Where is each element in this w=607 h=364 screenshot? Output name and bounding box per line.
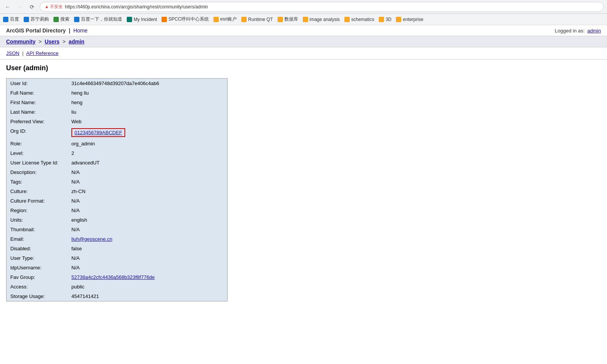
breadcrumb-admin[interactable]: admin [69, 39, 84, 45]
field-label: User Type: [6, 253, 68, 263]
table-row: Access:public [6, 282, 227, 292]
table-row: IdpUsername:N/A [6, 263, 227, 272]
user-data-table: User Id:31c4e466349748d39207da7e406c4ab6… [6, 79, 227, 301]
home-link[interactable]: Home [73, 27, 87, 34]
sub-links-sep: | [22, 50, 23, 56]
org-id-link[interactable]: 0123456789ABCDEF [71, 128, 125, 137]
bookmark-item[interactable]: 3D [379, 17, 391, 22]
reload-button[interactable]: ⟳ [27, 2, 37, 11]
field-value: N/A [68, 225, 227, 234]
table-row: Region:N/A [6, 206, 227, 215]
field-value: org_admin [68, 139, 227, 148]
bookmark-icon [303, 17, 308, 22]
field-value: liuh@geoscene.cn [68, 234, 227, 244]
bookmark-item[interactable]: 百度 [3, 16, 19, 23]
table-row: First Name:heng [6, 98, 227, 107]
field-label: Fav Group: [6, 272, 68, 282]
bookmark-item[interactable]: image analysis [303, 17, 340, 22]
browser-toolbar: ← → ⟳ ▲ 不安全 https://t460p.esrichina.com/… [0, 0, 607, 14]
field-link[interactable]: 52738a4c2cfc4436a568b323f8f776de [71, 274, 155, 280]
field-value: Web [68, 117, 227, 126]
table-row: Preferred View:Web [6, 117, 227, 126]
field-value: 2 [68, 148, 227, 158]
bookmark-item[interactable]: My Incident [127, 17, 157, 22]
bookmark-item[interactable]: SPCC呼叫中心系统 [161, 16, 208, 23]
page-title-section: User (admin) [0, 60, 607, 75]
bookmark-label: esri账户 [220, 16, 237, 23]
field-label: Culture Format: [6, 196, 68, 206]
field-label: Storage Usage: [6, 292, 68, 301]
table-row: Level:2 [6, 148, 227, 158]
bookmark-label: 3D [386, 17, 391, 22]
field-value: N/A [68, 206, 227, 215]
table-row: Units:english [6, 215, 227, 225]
page-title: User (admin) [6, 64, 601, 72]
bookmark-item[interactable]: Runtime QT [241, 17, 273, 22]
bookmark-icon [379, 17, 384, 22]
table-row: Org ID:0123456789ABCDEF [6, 126, 227, 139]
field-link[interactable]: liuh@geoscene.cn [71, 236, 112, 242]
table-row: Last Name:liu [6, 107, 227, 117]
field-value: advancedUT [68, 158, 227, 168]
table-row: Role:org_admin [6, 139, 227, 148]
field-label: Org ID: [6, 126, 68, 139]
field-label: Email: [6, 234, 68, 244]
bookmark-label: 百度一下，你就知道 [81, 16, 122, 23]
bookmark-label: Runtime QT [248, 17, 273, 22]
bookmark-item[interactable]: 搜索 [53, 16, 69, 23]
bookmark-item[interactable]: 数据库 [278, 16, 298, 23]
table-row: Disabled:false [6, 244, 227, 253]
field-label: Role: [6, 139, 68, 148]
field-value: public [68, 282, 227, 292]
bookmark-icon [53, 17, 59, 22]
bookmark-label: image analysis [310, 17, 340, 22]
bookmark-icon [344, 17, 350, 22]
bookmark-item[interactable]: 百度一下，你就知道 [74, 16, 122, 23]
bookmarks-bar: 百度苏宁易购搜索百度一下，你就知道My IncidentSPCC呼叫中心系统es… [0, 14, 607, 25]
field-value: heng [68, 98, 227, 107]
logged-in-section: Logged in as: admin [555, 28, 601, 34]
bookmark-label: 苏宁易购 [31, 16, 49, 23]
bookmark-item[interactable]: schematics [344, 17, 374, 22]
bookmark-icon [24, 17, 29, 22]
field-value: N/A [68, 253, 227, 263]
json-link[interactable]: JSON [6, 50, 19, 56]
breadcrumb-sep1: > [39, 39, 42, 45]
bookmark-item[interactable]: enterprise [396, 17, 423, 22]
breadcrumb-sep2: > [63, 39, 66, 45]
logged-in-user-link[interactable]: admin [588, 28, 601, 34]
forward-button[interactable]: → [15, 2, 24, 11]
api-reference-link[interactable]: API Reference [26, 50, 59, 56]
table-row: Email:liuh@geoscene.cn [6, 234, 227, 244]
bookmark-label: 百度 [10, 16, 19, 23]
bookmark-label: SPCC呼叫中心系统 [168, 16, 208, 23]
bookmark-label: 搜索 [60, 16, 69, 23]
field-value: 52738a4c2cfc4436a568b323f8f776de [68, 272, 227, 282]
field-label: Access: [6, 282, 68, 292]
field-value: N/A [68, 263, 227, 272]
security-warning: ▲ 不安全 [45, 4, 63, 10]
url-text: https://t460p.esrichina.com/arcgis/shari… [65, 4, 208, 10]
table-row: Tags:N/A [6, 177, 227, 187]
field-label: Thumbnail: [6, 225, 68, 234]
field-value: english [68, 215, 227, 225]
bookmark-item[interactable]: 苏宁易购 [24, 16, 49, 23]
breadcrumb-users[interactable]: Users [45, 39, 60, 45]
field-label: First Name: [6, 98, 68, 107]
bookmark-icon [241, 17, 247, 22]
field-label: Region: [6, 206, 68, 215]
address-bar[interactable]: ▲ 不安全 https://t460p.esrichina.com/arcgis… [40, 2, 604, 12]
table-row: Description:N/A [6, 168, 227, 177]
bookmark-item[interactable]: esri账户 [213, 16, 237, 23]
data-table-container: User Id:31c4e466349748d39207da7e406c4ab6… [6, 78, 228, 301]
bookmark-icon [127, 17, 132, 22]
table-row: User Type:N/A [6, 253, 227, 263]
back-button[interactable]: ← [3, 2, 12, 11]
field-value: 31c4e466349748d39207da7e406c4ab6 [68, 79, 227, 88]
logged-in-label: Logged in as: [555, 28, 584, 34]
breadcrumb-community[interactable]: Community [6, 39, 36, 45]
page-header: ArcGIS Portal Directory | Home Logged in… [0, 25, 607, 36]
field-value: zh-CN [68, 187, 227, 196]
bookmark-icon [278, 17, 283, 22]
field-label: Units: [6, 215, 68, 225]
